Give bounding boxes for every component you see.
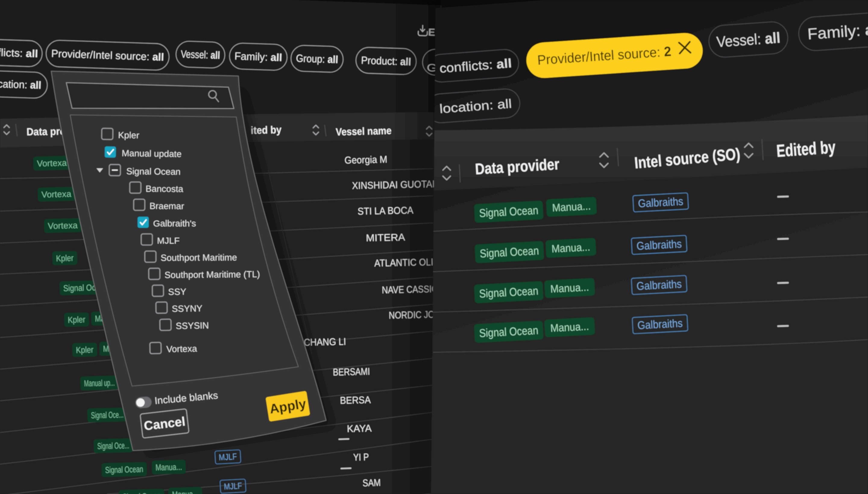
svg-text:Manua...: Manua...	[156, 462, 182, 472]
svg-text:Edited by: Edited by	[776, 137, 836, 161]
svg-text:BERSA: BERSA	[340, 394, 371, 406]
svg-text:Kpler: Kpler	[118, 130, 140, 140]
svg-text:Kpler: Kpler	[68, 315, 85, 325]
svg-text:SSY: SSY	[168, 286, 186, 297]
svg-text:Vortexa: Vortexa	[37, 158, 67, 169]
svg-text:MJLF: MJLF	[157, 235, 180, 246]
svg-text:Galbraiths: Galbraiths	[637, 317, 683, 332]
svg-text:MJLF: MJLF	[224, 481, 242, 491]
svg-text:Signal Ocean: Signal Ocean	[126, 166, 180, 177]
svg-text:Southport Maritime (TL): Southport Maritime (TL)	[164, 269, 260, 280]
svg-text:YI P: YI P	[353, 451, 369, 463]
svg-text:Galbraiths: Galbraiths	[638, 195, 684, 210]
svg-text:Manual up...: Manual up...	[84, 378, 115, 388]
svg-text:Vortexa: Vortexa	[166, 343, 197, 354]
svg-text:Kpler: Kpler	[56, 253, 74, 263]
svg-text:Manua...: Manua...	[172, 489, 199, 494]
svg-text:Manua...: Manua...	[550, 320, 589, 335]
svg-text:Vessel: all: Vessel: all	[180, 48, 220, 61]
svg-text:MJLF: MJLF	[218, 452, 237, 462]
svg-text:Vortexa: Vortexa	[47, 221, 78, 231]
svg-text:Southport Maritime: Southport Maritime	[161, 252, 237, 263]
svg-text:Group: all: Group: all	[296, 52, 338, 65]
svg-text:Data pro: Data pro	[26, 125, 66, 137]
svg-text:Galbraiths: Galbraiths	[636, 238, 682, 252]
svg-text:Braemar: Braemar	[150, 201, 184, 211]
svg-text:Signal Oce...: Signal Oce...	[97, 441, 130, 451]
svg-text:SSYNY: SSYNY	[172, 303, 202, 314]
svg-text:Signal Ocean: Signal Ocean	[105, 464, 143, 475]
svg-text:Georgia M: Georgia M	[344, 154, 388, 166]
svg-text:Galbraith's: Galbraith's	[153, 218, 196, 228]
svg-text:Family: all: Family: all	[234, 50, 282, 63]
svg-text:Signal Oce...: Signal Oce...	[91, 410, 124, 420]
svg-text:Vessel name: Vessel name	[336, 125, 392, 138]
svg-text:SSYSIN: SSYSIN	[176, 320, 209, 331]
svg-text:Galbraiths: Galbraiths	[636, 278, 682, 292]
svg-text:Manual update: Manual update	[122, 148, 182, 159]
svg-text:Bancosta: Bancosta	[145, 184, 183, 194]
svg-text:Kpler: Kpler	[76, 345, 94, 355]
svg-text:BERSAMI: BERSAMI	[333, 366, 370, 378]
svg-text:Manua...: Manua...	[550, 281, 589, 295]
svg-text:Manua...: Manua...	[551, 241, 590, 255]
svg-text:KAYA: KAYA	[347, 422, 372, 434]
svg-text:Vortexa: Vortexa	[41, 189, 72, 200]
svg-text:SAM: SAM	[362, 477, 381, 488]
svg-text:Manua...: Manua...	[552, 200, 591, 214]
